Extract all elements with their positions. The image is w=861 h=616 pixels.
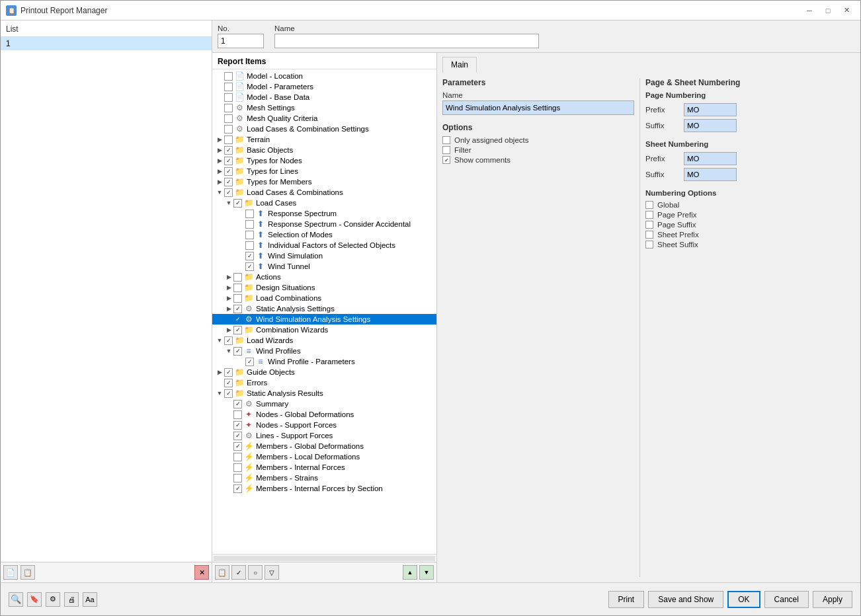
delete-list-button[interactable]: ✕ — [194, 565, 209, 580]
tree-item-members-local-def[interactable]: ⚡ Members - Local Deformations — [212, 451, 436, 462]
numbering-option-sheet-suffix[interactable]: Sheet Suffix — [645, 241, 855, 249]
move-up-button[interactable]: ▲ — [403, 565, 417, 580]
item-checkbox[interactable] — [233, 421, 242, 430]
expand-icon[interactable] — [215, 71, 224, 81]
item-checkbox[interactable] — [224, 93, 233, 102]
tree-item-terrain[interactable]: ▶ 📁 Terrain — [212, 134, 436, 145]
expand-icon[interactable] — [215, 93, 224, 102]
filter-button[interactable]: ▽ — [265, 565, 279, 580]
list-item[interactable]: 1 — [1, 37, 212, 50]
tree-item-combination-wizards[interactable]: ▶ 📁 Combination Wizards — [212, 325, 436, 335]
expand-icon[interactable] — [224, 315, 233, 324]
page-prefix-checkbox[interactable] — [645, 211, 653, 219]
tree-item-wind-simulation[interactable]: ⬆ Wind Simulation — [212, 250, 436, 261]
tree-item-actions[interactable]: ▶ 📁 Actions — [212, 272, 436, 282]
item-checkbox[interactable] — [224, 178, 233, 186]
close-button[interactable]: ✕ — [838, 4, 855, 17]
horizontal-scrollbar[interactable] — [212, 554, 436, 562]
expand-icon[interactable]: ▼ — [215, 336, 224, 345]
tree-item-summary[interactable]: ⚙ Summary — [212, 399, 436, 409]
expand-icon[interactable]: ▼ — [224, 198, 233, 208]
no-input[interactable] — [218, 34, 264, 48]
apply-button[interactable]: Apply — [813, 591, 852, 608]
tree-item-types-members[interactable]: ▶ 📁 Types for Members — [212, 176, 436, 187]
tree-item-mesh-quality[interactable]: ⚙ Mesh Quality Criteria — [212, 113, 436, 124]
copy-list-button[interactable]: 📋 — [20, 565, 35, 580]
tree-item-model-base-data[interactable]: 📄 Model - Base Data — [212, 92, 436, 102]
item-checkbox[interactable] — [245, 220, 254, 229]
item-checkbox[interactable] — [224, 104, 233, 112]
item-checkbox[interactable] — [224, 146, 233, 155]
expand-icon[interactable]: ▶ — [224, 272, 233, 282]
tree-item-response-spectrum-accidental[interactable]: ⬆ Response Spectrum - Consider Accidenta… — [212, 219, 436, 229]
print-button[interactable]: Print — [608, 591, 645, 608]
tree-item-nodes-global-def[interactable]: ✦ Nodes - Global Deformations — [212, 409, 436, 420]
item-checkbox[interactable] — [233, 273, 242, 282]
expand-icon[interactable]: ▼ — [215, 389, 224, 398]
settings-button[interactable]: ⚙ — [46, 592, 60, 607]
report-items-list[interactable]: 📄 Model - Location 📄 Model - Parameters — [212, 69, 436, 554]
maximize-button[interactable]: □ — [819, 4, 837, 17]
tree-item-types-lines[interactable]: ▶ 📁 Types for Lines — [212, 166, 436, 176]
expand-icon[interactable] — [236, 209, 245, 218]
tree-item-static-analysis-settings[interactable]: ▶ ⚙ Static Analysis Settings — [212, 303, 436, 314]
tree-item-members-global-def[interactable]: ⚡ Members - Global Deformations — [212, 441, 436, 451]
item-checkbox[interactable] — [224, 135, 233, 144]
copy-item-button[interactable]: 📋 — [215, 565, 229, 580]
tree-item-response-spectrum[interactable]: ⬆ Response Spectrum — [212, 208, 436, 219]
expand-icon[interactable] — [224, 410, 233, 419]
numbering-option-global[interactable]: Global — [645, 201, 855, 209]
tree-item-model-location[interactable]: 📄 Model - Location — [212, 71, 436, 81]
item-checkbox[interactable] — [245, 252, 254, 260]
item-checkbox[interactable] — [233, 453, 242, 461]
print-preview-button[interactable]: 🖨 — [64, 592, 79, 607]
expand-icon[interactable]: ▶ — [215, 156, 224, 165]
item-checkbox[interactable] — [233, 463, 242, 472]
tree-item-members-internal-forces-section[interactable]: ⚡ Members - Internal Forces by Section — [212, 483, 436, 494]
expand-icon[interactable] — [215, 114, 224, 123]
item-checkbox[interactable] — [233, 432, 242, 440]
tree-item-selection-of-modes[interactable]: ⬆ Selection of Modes — [212, 229, 436, 240]
ok-button[interactable]: OK — [727, 591, 760, 608]
item-checkbox[interactable] — [224, 83, 233, 91]
expand-icon[interactable]: ▶ — [215, 177, 224, 186]
tree-item-types-nodes[interactable]: ▶ 📁 Types for Nodes — [212, 155, 436, 166]
expand-icon[interactable] — [236, 262, 245, 271]
item-checkbox[interactable] — [245, 210, 254, 218]
expand-icon[interactable]: ▶ — [215, 135, 224, 144]
expand-icon[interactable] — [224, 399, 233, 408]
item-checkbox[interactable] — [233, 442, 242, 451]
expand-icon[interactable] — [224, 452, 233, 461]
tree-item-load-cases-combos[interactable]: ▼ 📁 Load Cases & Combinations — [212, 187, 436, 198]
add-list-button[interactable]: 📄 — [3, 565, 18, 580]
tree-item-static-analysis-results[interactable]: ▼ 📁 Static Analysis Results — [212, 388, 436, 399]
item-checkbox[interactable] — [233, 347, 242, 356]
option-only-assigned[interactable]: Only assigned objects — [442, 136, 634, 144]
item-checkbox[interactable] — [233, 410, 242, 419]
item-checkbox[interactable] — [224, 167, 233, 176]
item-checkbox[interactable] — [224, 188, 233, 197]
tree-item-wind-profiles[interactable]: ▼ ≡ Wind Profiles — [212, 346, 436, 356]
expand-icon[interactable] — [224, 473, 233, 482]
item-checkbox[interactable] — [233, 326, 242, 334]
expand-icon[interactable] — [215, 378, 224, 387]
expand-icon[interactable]: ▼ — [224, 346, 233, 356]
expand-icon[interactable]: ▶ — [224, 304, 233, 313]
numbering-option-sheet-prefix[interactable]: Sheet Prefix — [645, 231, 855, 239]
item-checkbox[interactable] — [233, 400, 242, 408]
check-all-button[interactable]: ✓ — [231, 565, 246, 580]
sheet-suffix-checkbox[interactable] — [645, 241, 653, 249]
expand-icon[interactable] — [224, 463, 233, 472]
tree-item-wind-profile-parameters[interactable]: ≡ Wind Profile - Parameters — [212, 356, 436, 367]
tree-item-guide-objects[interactable]: ▶ 📁 Guide Objects — [212, 367, 436, 377]
filter-checkbox[interactable] — [442, 146, 450, 154]
item-checkbox[interactable] — [233, 484, 242, 493]
expand-icon[interactable]: ▶ — [215, 145, 224, 155]
page-suffix-checkbox[interactable] — [645, 221, 653, 229]
expand-icon[interactable]: ▶ — [215, 367, 224, 377]
cancel-button[interactable]: Cancel — [764, 591, 809, 608]
expand-icon[interactable] — [236, 251, 245, 260]
sheet-prefix-input[interactable] — [684, 152, 737, 165]
item-checkbox[interactable] — [233, 199, 242, 208]
numbering-option-page-suffix[interactable]: Page Suffix — [645, 221, 855, 229]
